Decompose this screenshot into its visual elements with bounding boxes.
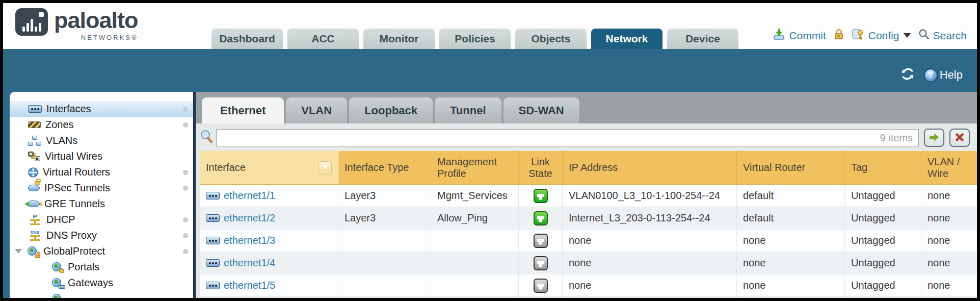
interface-link[interactable]: ethernet1/4 [224, 257, 275, 269]
table-row[interactable]: ethernet1/3 none none Untagged none [200, 230, 977, 252]
commit-icon [773, 28, 786, 43]
column-ip-address[interactable]: IP Address [563, 151, 737, 184]
partial-icon [49, 294, 63, 298]
gateways-icon [49, 278, 63, 288]
tab-ethernet[interactable]: Ethernet [202, 97, 284, 123]
top-header: paloalto NETWORKS® Dashboard ACC Monitor… [3, 3, 977, 49]
link-state-up-icon [534, 211, 548, 225]
interface-link[interactable]: ethernet1/5 [224, 280, 275, 291]
sidebar-item-vlans[interactable]: VLANs [10, 133, 193, 148]
tab-acc[interactable]: ACC [287, 29, 359, 49]
gre-tunnels-icon [28, 200, 40, 207]
interface-link[interactable]: ethernet1/3 [224, 235, 275, 246]
table-row[interactable]: ethernet1/1 Layer3 Mgmt_Services VLAN010… [200, 185, 977, 207]
tab-sdwan[interactable]: SD-WAN [504, 97, 579, 123]
paloalto-logo-icon [15, 8, 48, 36]
link-state-down-icon [534, 279, 548, 293]
config-keys-icon [852, 29, 865, 43]
sidebar-item-dns-proxy[interactable]: DNS DNS Proxy [10, 228, 193, 243]
table-header: Interface Interface Type Management Prof… [200, 151, 977, 185]
brand-name: paloalto [54, 8, 138, 33]
virtual-wires-icon [28, 152, 40, 161]
table-row[interactable]: ethernet1/5 none none Untagged none [200, 274, 977, 297]
item-dot [183, 107, 188, 112]
zones-icon [28, 121, 41, 128]
sidebar-item-zones[interactable]: Zones [10, 117, 193, 133]
interfaces-icon [28, 105, 42, 113]
sidebar-item-virtual-routers[interactable]: Virtual Routers [10, 164, 193, 180]
interface-link[interactable]: ethernet1/2 [224, 212, 275, 224]
lock-icon[interactable] [834, 28, 844, 43]
table-row[interactable]: ethernet1/4 none none Untagged none [200, 252, 977, 274]
interface-icon [206, 259, 220, 267]
filter-search-icon [200, 130, 213, 146]
interfaces-table: Interface Interface Type Management Prof… [200, 151, 977, 297]
tab-monitor[interactable]: Monitor [363, 29, 435, 49]
app-window: paloalto NETWORKS® Dashboard ACC Monitor… [0, 0, 980, 301]
tab-tunnel[interactable]: Tunnel [435, 97, 501, 123]
sort-dropdown-button[interactable] [319, 161, 332, 174]
dhcp-icon: IP [28, 214, 42, 225]
sidebar-item-ipsec-tunnels[interactable]: IPSec Tunnels [10, 180, 193, 196]
tab-network[interactable]: Network [591, 29, 663, 49]
item-dot [183, 249, 188, 254]
filter-bar: 9 items [200, 129, 970, 147]
help-link[interactable]: ? Help [924, 68, 963, 82]
interface-icon [206, 192, 220, 199]
table-row[interactable]: ethernet1/2 Layer3 Allow_Ping Internet_L… [200, 207, 977, 230]
config-menu[interactable]: Config [852, 29, 911, 43]
tab-dashboard[interactable]: Dashboard [211, 29, 283, 49]
sidebar-item-virtual-wires[interactable]: Virtual Wires [10, 148, 193, 164]
sort-triangle-icon [322, 165, 329, 170]
sidebar-item-partial[interactable] [10, 291, 193, 298]
help-icon: ? [924, 68, 938, 82]
item-dot [183, 170, 188, 175]
portals-icon [49, 262, 63, 272]
link-state-down-icon [534, 234, 548, 248]
commit-button[interactable]: Commit [773, 28, 826, 43]
green-arrow-icon [929, 133, 940, 143]
column-interface[interactable]: Interface [200, 151, 338, 184]
search-button[interactable]: Search [918, 29, 967, 42]
item-dot [183, 217, 188, 222]
interface-link[interactable]: ethernet1/1 [224, 190, 275, 202]
apply-filter-button[interactable] [924, 129, 944, 147]
tab-policies[interactable]: Policies [439, 29, 511, 49]
ethernet-panel: 9 items [196, 123, 977, 298]
brand-subtitle: NETWORKS® [54, 34, 138, 41]
column-vlan-wire[interactable]: VLAN / Wire [921, 151, 977, 184]
column-interface-type[interactable]: Interface Type [338, 151, 431, 184]
item-dot [183, 186, 188, 191]
chevron-down-icon [904, 33, 911, 38]
items-count: 9 items [880, 132, 913, 144]
column-virtual-router[interactable]: Virtual Router [737, 151, 845, 184]
link-state-down-icon [534, 256, 548, 270]
interface-icon [206, 237, 220, 244]
globalprotect-icon [25, 246, 39, 257]
sidebar-item-interfaces[interactable]: Interfaces [10, 101, 193, 117]
clear-filter-button[interactable] [949, 129, 970, 147]
tab-vlan[interactable]: VLAN [286, 97, 347, 123]
column-link-state[interactable]: Link State [519, 151, 563, 184]
network-sidebar: Interfaces Zones VLANs Virtual Wires V [10, 92, 193, 298]
tab-objects[interactable]: Objects [515, 29, 587, 49]
interface-icon [206, 214, 220, 222]
sidebar-item-gre-tunnels[interactable]: GRE Tunnels [10, 196, 193, 212]
column-tag[interactable]: Tag [845, 151, 921, 184]
sidebar-item-gateways[interactable]: Gateways [10, 275, 193, 291]
sidebar-item-globalprotect[interactable]: GlobalProtect [10, 243, 193, 259]
filter-input[interactable] [216, 129, 919, 146]
sidebar-item-dhcp[interactable]: IP DHCP [10, 212, 193, 228]
tab-loopback[interactable]: Loopback [349, 97, 433, 123]
item-dot [183, 233, 188, 238]
main-nav: Dashboard ACC Monitor Policies Objects N… [211, 29, 738, 49]
collapse-arrow-icon[interactable] [15, 249, 22, 254]
refresh-icon[interactable] [900, 67, 915, 83]
header-utilities: Commit Config Search [773, 28, 967, 43]
sidebar-item-portals[interactable]: Portals [10, 259, 193, 275]
ipsec-tunnels-icon [28, 185, 40, 191]
link-state-up-icon [534, 189, 548, 203]
column-management-profile[interactable]: Management Profile [431, 151, 519, 184]
tab-device[interactable]: Device [667, 29, 738, 49]
dns-proxy-icon: DNS [28, 230, 42, 241]
